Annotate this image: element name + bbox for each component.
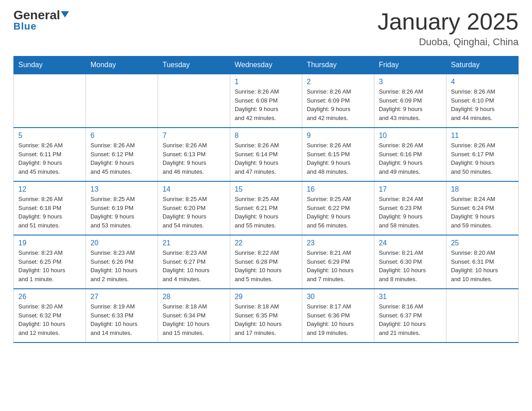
day-number: 6 <box>90 132 153 140</box>
day-info: Sunrise: 8:26 AMSunset: 6:09 PMDaylight:… <box>379 87 442 122</box>
day-number: 7 <box>163 132 225 140</box>
logo: General Blue <box>13 9 69 32</box>
day-info: Sunrise: 8:24 AMSunset: 6:24 PMDaylight:… <box>451 195 514 230</box>
column-header-friday: Friday <box>374 56 446 74</box>
day-info: Sunrise: 8:17 AMSunset: 6:36 PMDaylight:… <box>307 302 369 337</box>
column-header-sunday: Sunday <box>14 56 86 74</box>
calendar-week-row: 5Sunrise: 8:26 AMSunset: 6:11 PMDaylight… <box>14 128 519 181</box>
day-number: 9 <box>307 132 369 140</box>
calendar-cell: 15Sunrise: 8:25 AMSunset: 6:21 PMDayligh… <box>230 181 302 235</box>
calendar-cell: 17Sunrise: 8:24 AMSunset: 6:23 PMDayligh… <box>374 181 446 235</box>
day-info: Sunrise: 8:26 AMSunset: 6:11 PMDaylight:… <box>18 141 81 176</box>
day-info: Sunrise: 8:16 AMSunset: 6:37 PMDaylight:… <box>379 302 442 337</box>
calendar-cell: 28Sunrise: 8:18 AMSunset: 6:34 PMDayligh… <box>158 289 230 342</box>
day-number: 21 <box>163 239 225 247</box>
day-number: 28 <box>163 293 225 301</box>
calendar-cell <box>86 74 158 128</box>
day-number: 17 <box>379 185 442 193</box>
column-header-saturday: Saturday <box>446 56 518 74</box>
calendar-cell: 24Sunrise: 8:21 AMSunset: 6:30 PMDayligh… <box>374 235 446 289</box>
day-number: 1 <box>235 78 297 86</box>
day-number: 19 <box>18 239 81 247</box>
calendar-subtitle: Duoba, Qinghai, China <box>378 36 519 48</box>
day-number: 20 <box>90 239 153 247</box>
calendar-cell: 23Sunrise: 8:21 AMSunset: 6:29 PMDayligh… <box>302 235 374 289</box>
calendar-week-row: 26Sunrise: 8:20 AMSunset: 6:32 PMDayligh… <box>14 289 519 342</box>
logo-blue: Blue <box>13 21 37 32</box>
day-number: 5 <box>18 132 81 140</box>
calendar-cell: 30Sunrise: 8:17 AMSunset: 6:36 PMDayligh… <box>302 289 374 342</box>
day-info: Sunrise: 8:26 AMSunset: 6:14 PMDaylight:… <box>235 141 297 176</box>
calendar-cell: 19Sunrise: 8:23 AMSunset: 6:25 PMDayligh… <box>14 235 86 289</box>
day-info: Sunrise: 8:22 AMSunset: 6:28 PMDaylight:… <box>235 248 297 283</box>
day-info: Sunrise: 8:18 AMSunset: 6:35 PMDaylight:… <box>235 302 297 337</box>
calendar-title: January 2025 <box>378 9 519 34</box>
calendar-cell: 3Sunrise: 8:26 AMSunset: 6:09 PMDaylight… <box>374 74 446 128</box>
calendar-cell <box>158 74 230 128</box>
day-number: 15 <box>235 185 297 193</box>
day-info: Sunrise: 8:20 AMSunset: 6:32 PMDaylight:… <box>18 302 81 337</box>
day-number: 30 <box>307 293 369 301</box>
calendar-cell: 1Sunrise: 8:26 AMSunset: 6:08 PMDaylight… <box>230 74 302 128</box>
column-header-thursday: Thursday <box>302 56 374 74</box>
day-number: 29 <box>235 293 297 301</box>
calendar-cell: 31Sunrise: 8:16 AMSunset: 6:37 PMDayligh… <box>374 289 446 342</box>
day-number: 16 <box>307 185 369 193</box>
column-header-tuesday: Tuesday <box>158 56 230 74</box>
calendar-cell: 29Sunrise: 8:18 AMSunset: 6:35 PMDayligh… <box>230 289 302 342</box>
calendar-cell: 6Sunrise: 8:26 AMSunset: 6:12 PMDaylight… <box>86 128 158 181</box>
day-info: Sunrise: 8:25 AMSunset: 6:20 PMDaylight:… <box>163 195 225 230</box>
day-number: 25 <box>451 239 514 247</box>
calendar-cell: 20Sunrise: 8:23 AMSunset: 6:26 PMDayligh… <box>86 235 158 289</box>
calendar-cell: 26Sunrise: 8:20 AMSunset: 6:32 PMDayligh… <box>14 289 86 342</box>
column-header-wednesday: Wednesday <box>230 56 302 74</box>
day-info: Sunrise: 8:26 AMSunset: 6:18 PMDaylight:… <box>18 195 81 230</box>
calendar-cell: 4Sunrise: 8:26 AMSunset: 6:10 PMDaylight… <box>446 74 518 128</box>
day-info: Sunrise: 8:26 AMSunset: 6:10 PMDaylight:… <box>451 87 514 122</box>
calendar-cell: 2Sunrise: 8:26 AMSunset: 6:09 PMDaylight… <box>302 74 374 128</box>
day-number: 24 <box>379 239 442 247</box>
day-number: 10 <box>379 132 442 140</box>
page-header: General Blue January 2025 Duoba, Qinghai… <box>13 9 519 48</box>
calendar-cell: 13Sunrise: 8:25 AMSunset: 6:19 PMDayligh… <box>86 181 158 235</box>
calendar-cell: 27Sunrise: 8:19 AMSunset: 6:33 PMDayligh… <box>86 289 158 342</box>
day-info: Sunrise: 8:21 AMSunset: 6:30 PMDaylight:… <box>379 248 442 283</box>
day-number: 26 <box>18 293 81 301</box>
logo-triangle-icon <box>61 11 69 17</box>
calendar-table: SundayMondayTuesdayWednesdayThursdayFrid… <box>13 56 519 343</box>
day-info: Sunrise: 8:18 AMSunset: 6:34 PMDaylight:… <box>163 302 225 337</box>
day-info: Sunrise: 8:26 AMSunset: 6:17 PMDaylight:… <box>451 141 514 176</box>
day-number: 3 <box>379 78 442 86</box>
day-info: Sunrise: 8:25 AMSunset: 6:21 PMDaylight:… <box>235 195 297 230</box>
calendar-cell <box>446 289 518 342</box>
day-number: 2 <box>307 78 369 86</box>
day-number: 11 <box>451 132 514 140</box>
calendar-cell: 11Sunrise: 8:26 AMSunset: 6:17 PMDayligh… <box>446 128 518 181</box>
day-number: 18 <box>451 185 514 193</box>
logo-general: General <box>13 9 69 21</box>
day-info: Sunrise: 8:19 AMSunset: 6:33 PMDaylight:… <box>90 302 153 337</box>
day-number: 8 <box>235 132 297 140</box>
day-number: 27 <box>90 293 153 301</box>
calendar-cell: 9Sunrise: 8:26 AMSunset: 6:15 PMDaylight… <box>302 128 374 181</box>
calendar-cell: 16Sunrise: 8:25 AMSunset: 6:22 PMDayligh… <box>302 181 374 235</box>
day-number: 13 <box>90 185 153 193</box>
calendar-cell: 5Sunrise: 8:26 AMSunset: 6:11 PMDaylight… <box>14 128 86 181</box>
day-info: Sunrise: 8:21 AMSunset: 6:29 PMDaylight:… <box>307 248 369 283</box>
day-info: Sunrise: 8:26 AMSunset: 6:12 PMDaylight:… <box>90 141 153 176</box>
day-number: 12 <box>18 185 81 193</box>
day-info: Sunrise: 8:23 AMSunset: 6:25 PMDaylight:… <box>18 248 81 283</box>
day-info: Sunrise: 8:23 AMSunset: 6:27 PMDaylight:… <box>163 248 225 283</box>
calendar-cell: 18Sunrise: 8:24 AMSunset: 6:24 PMDayligh… <box>446 181 518 235</box>
calendar-cell: 12Sunrise: 8:26 AMSunset: 6:18 PMDayligh… <box>14 181 86 235</box>
calendar-cell: 21Sunrise: 8:23 AMSunset: 6:27 PMDayligh… <box>158 235 230 289</box>
day-number: 31 <box>379 293 442 301</box>
calendar-header-row: SundayMondayTuesdayWednesdayThursdayFrid… <box>14 56 519 74</box>
day-info: Sunrise: 8:26 AMSunset: 6:08 PMDaylight:… <box>235 87 297 122</box>
calendar-cell: 10Sunrise: 8:26 AMSunset: 6:16 PMDayligh… <box>374 128 446 181</box>
day-info: Sunrise: 8:26 AMSunset: 6:16 PMDaylight:… <box>379 141 442 176</box>
calendar-week-row: 19Sunrise: 8:23 AMSunset: 6:25 PMDayligh… <box>14 235 519 289</box>
calendar-week-row: 12Sunrise: 8:26 AMSunset: 6:18 PMDayligh… <box>14 181 519 235</box>
day-info: Sunrise: 8:23 AMSunset: 6:26 PMDaylight:… <box>90 248 153 283</box>
day-number: 22 <box>235 239 297 247</box>
